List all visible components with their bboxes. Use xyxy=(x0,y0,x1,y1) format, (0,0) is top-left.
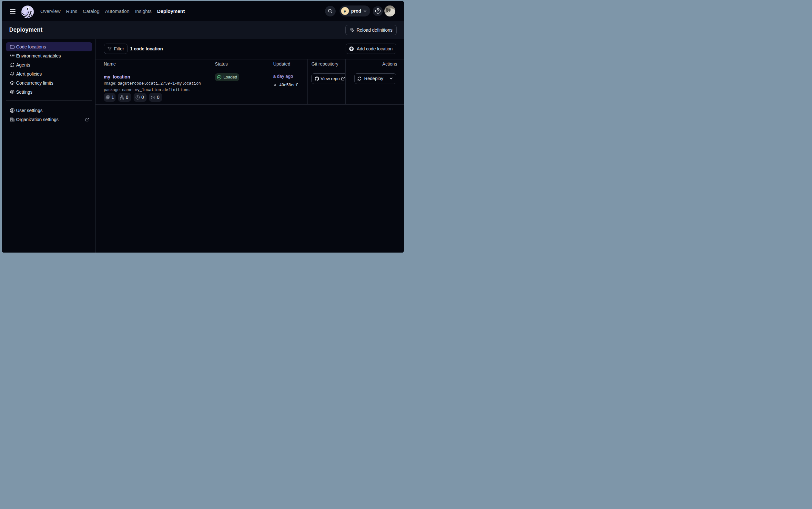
sidebar-divider xyxy=(6,100,92,101)
page-header: Deployment Reload definitions xyxy=(2,21,404,39)
sensor-icon xyxy=(151,95,155,100)
sidebar-item-organization-settings[interactable]: Organization settings xyxy=(6,115,92,124)
filter-button[interactable]: Filter xyxy=(104,44,128,54)
cell-name: my_location image: dagstercodelocati…275… xyxy=(96,69,211,104)
cell-updated: a day ago 40e58eef xyxy=(269,69,307,104)
code-location-link[interactable]: my_location xyxy=(104,74,203,80)
chip-graphs[interactable]: 0 xyxy=(118,93,131,102)
sidebar-item-label: Environment variables xyxy=(16,53,61,59)
code-locations-table: Name Status Updated Git repository Actio… xyxy=(96,59,404,105)
chip-sensors[interactable]: 0 xyxy=(149,93,162,102)
commit-hash: 40e58eef xyxy=(279,83,298,88)
add-code-location-button[interactable]: Add code location xyxy=(346,44,396,54)
deployment-sidebar: Code locations Environment variables xyxy=(2,39,96,252)
check-circle-icon xyxy=(217,75,222,80)
github-icon xyxy=(315,76,319,81)
top-nav-right: P prod xyxy=(325,5,395,16)
view-repo-button[interactable]: View repo xyxy=(311,73,346,84)
main-content: Filter 1 code location Add code location… xyxy=(96,39,404,252)
toolbar: Filter 1 code location Add code location xyxy=(96,39,404,59)
sidebar-item-concurrency-limits[interactable]: Concurrency limits xyxy=(6,78,92,88)
chip-jobs[interactable]: 1 xyxy=(104,93,115,102)
commit-line: 40e58eef xyxy=(273,83,303,88)
sidebar-item-user-settings[interactable]: User settings xyxy=(6,106,92,115)
sidebar-item-alert-policies[interactable]: Alert policies xyxy=(6,69,92,78)
deployment-avatar: P xyxy=(341,7,349,15)
sidebar-item-settings[interactable]: Settings xyxy=(6,88,92,97)
nav-item-deployment[interactable]: Deployment xyxy=(157,8,185,14)
redeploy-button[interactable]: Redeploy xyxy=(355,74,386,83)
column-header-name: Name xyxy=(96,60,211,69)
layers-icon xyxy=(10,80,15,86)
column-header-actions: Actions xyxy=(345,60,404,69)
package-line: package_name: my_location.definitions xyxy=(104,87,203,93)
folder-icon xyxy=(10,44,15,49)
nav-item-overview[interactable]: Overview xyxy=(40,8,61,14)
external-link-icon xyxy=(341,76,345,81)
updated-relative: a day ago xyxy=(273,73,303,80)
sidebar-item-label: Alert policies xyxy=(16,71,42,76)
reload-definitions-icon xyxy=(349,28,354,33)
sidebar-item-label: Code locations xyxy=(16,44,46,49)
image-label: image: xyxy=(104,81,116,86)
code-location-count: 1 code location xyxy=(130,44,163,54)
chip-count: 0 xyxy=(141,95,144,100)
nav-item-automation[interactable]: Automation xyxy=(105,8,130,14)
dagster-logo-icon[interactable] xyxy=(21,5,34,18)
nav-item-insights[interactable]: Insights xyxy=(135,8,152,14)
chevron-down-icon xyxy=(389,76,394,81)
sidebar-item-label: User settings xyxy=(16,108,43,113)
main-nav: Overview Runs Catalog Automation Insight… xyxy=(40,8,185,14)
redeploy-icon xyxy=(357,76,362,81)
help-button[interactable] xyxy=(373,6,383,16)
redeploy-menu-button[interactable] xyxy=(386,74,396,83)
reload-definitions-label: Reload definitions xyxy=(357,28,393,33)
cell-status: Loaded xyxy=(211,69,269,104)
reload-definitions-button[interactable]: Reload definitions xyxy=(345,25,397,36)
nav-item-runs[interactable]: Runs xyxy=(66,8,77,14)
app-body: Code locations Environment variables xyxy=(2,39,404,252)
user-avatar[interactable] xyxy=(384,5,395,16)
app-window: Overview Runs Catalog Automation Insight… xyxy=(2,1,404,252)
deployment-name: prod xyxy=(351,8,361,13)
bell-icon xyxy=(10,71,15,76)
sidebar-item-label: Concurrency limits xyxy=(16,80,53,86)
sidebar-item-label: Agents xyxy=(16,62,30,68)
plus-circle-icon xyxy=(349,46,354,52)
search-button[interactable] xyxy=(325,6,336,16)
gear-icon xyxy=(10,90,15,95)
sidebar-item-label: Organization settings xyxy=(16,117,59,122)
clock-icon xyxy=(135,95,140,100)
user-circle-icon xyxy=(10,108,15,113)
sidebar-item-environment-variables[interactable]: Environment variables xyxy=(6,52,92,60)
column-header-status: Status xyxy=(211,60,269,69)
nav-item-catalog[interactable]: Catalog xyxy=(83,8,100,14)
sidebar-item-code-locations[interactable]: Code locations xyxy=(6,42,92,52)
definition-count-chips: 1 0 xyxy=(104,93,203,102)
package-label: package_name: xyxy=(104,87,134,92)
chip-schedules[interactable]: 0 xyxy=(134,93,147,102)
view-repo-label: View repo xyxy=(321,76,339,81)
chip-count: 1 xyxy=(112,95,114,100)
status-label: Loaded xyxy=(223,75,237,79)
sidebar-item-agents[interactable]: Agents xyxy=(6,60,92,69)
sidebar-item-label: Settings xyxy=(16,90,33,95)
redeploy-label: Redeploy xyxy=(364,76,383,81)
external-link-icon xyxy=(85,117,89,122)
table-row: my_location image: dagstercodelocati…275… xyxy=(96,69,404,105)
search-icon xyxy=(328,8,333,13)
filter-icon xyxy=(107,46,112,51)
filter-label: Filter xyxy=(114,46,124,52)
status-badge: Loaded xyxy=(215,73,239,81)
hamburger-menu-button[interactable] xyxy=(10,9,16,14)
deployment-switcher[interactable]: P prod xyxy=(339,5,370,16)
chip-count: 0 xyxy=(157,95,159,100)
top-nav: Overview Runs Catalog Automation Insight… xyxy=(2,1,404,21)
redeploy-split-button: Redeploy xyxy=(354,73,396,84)
agents-icon xyxy=(10,62,15,68)
image-value: dagstercodelocati…2759-1-mylocation xyxy=(117,81,201,86)
cell-git-repository: View repo xyxy=(307,69,346,104)
package-value: my_location.definitions xyxy=(135,88,190,92)
image-line: image: dagstercodelocati…2759-1-mylocati… xyxy=(104,80,203,87)
table-header-row: Name Status Updated Git repository Actio… xyxy=(96,60,404,69)
